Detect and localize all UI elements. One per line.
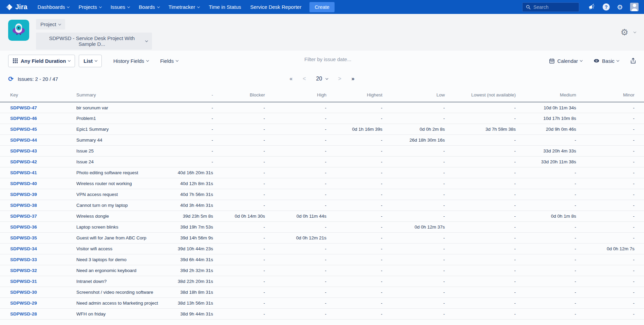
table-row: SDPWSD-30Screenshot / video recording so… [0, 287, 644, 298]
duration-cell: - [265, 222, 326, 233]
issue-date-filter-input[interactable] [304, 56, 406, 62]
nav-item-dashboards[interactable]: Dashboards [38, 4, 70, 10]
issue-key-link[interactable]: SDPWSD-31 [10, 279, 37, 284]
issue-key-link[interactable]: SDPWSD-37 [10, 214, 37, 219]
duration-cell: - [213, 189, 265, 200]
user-avatar[interactable] [630, 3, 639, 11]
table-row: SDPWSD-47bir sorunum var------10d 0h 11m… [0, 102, 644, 113]
issue-key-link[interactable]: SDPWSD-29 [10, 301, 37, 306]
nav-item-time-in-status[interactable]: Time in Status [209, 4, 241, 10]
issue-key-link[interactable]: SDPWSD-28 [10, 311, 37, 317]
project-settings-gear-icon[interactable]: ⚙ [621, 28, 628, 37]
column-header[interactable]: Key [0, 89, 76, 102]
scope-dropdown[interactable]: Project [36, 19, 65, 30]
table-row: SDPWSD-38Cannot turn on my laptop40d 3h … [0, 200, 644, 211]
duration-cell: 39d 10h 44m 23s [171, 243, 213, 254]
column-header[interactable]: Minor [576, 89, 644, 102]
calendar-dropdown[interactable]: Calendar [549, 58, 582, 64]
duration-cell: - [265, 265, 326, 276]
project-settings-group: ⚙ [621, 24, 636, 41]
column-header[interactable]: - [171, 89, 213, 102]
chevron-down-icon [157, 5, 159, 8]
issue-key-link[interactable]: SDPWSD-30 [10, 290, 37, 295]
chevron-down-icon [58, 22, 61, 25]
issue-key-link[interactable]: SDPWSD-41 [10, 170, 37, 175]
settings-gear-icon[interactable]: ⚙ [617, 4, 623, 11]
chevron-down-icon [146, 59, 149, 61]
column-header[interactable]: High [265, 89, 326, 102]
duration-cell: 0d 0h 12m 21s [265, 233, 326, 243]
issue-key-link[interactable]: SDPWSD-44 [10, 138, 37, 143]
issue-summary: Visitor wifi access [76, 243, 171, 254]
duration-cell: 39d 14h 56m 9s [171, 233, 213, 243]
nav-item-boards[interactable]: Boards [139, 4, 159, 10]
fields-dropdown[interactable]: Fields [160, 58, 178, 64]
nav-item-projects[interactable]: Projects [78, 4, 101, 10]
duration-cell: 10d 0h 11m 34s [516, 102, 576, 113]
issue-summary: Wireless router not working [76, 178, 171, 189]
top-navbar: Jira Dashboards Projects Issues Boards T… [0, 0, 644, 14]
announcements-icon[interactable] [588, 4, 595, 11]
duration-cell: - [382, 298, 445, 309]
project-header: Project SDPWSD - Service Desk Project Wi… [0, 14, 644, 51]
chevron-down-icon [68, 59, 71, 61]
issue-key-link[interactable]: SDPWSD-47 [10, 105, 37, 110]
duration-cell: - [576, 309, 644, 320]
issue-key-link[interactable]: SDPWSD-36 [10, 224, 37, 230]
issue-key-link[interactable]: SDPWSD-46 [10, 116, 37, 121]
previous-page-button[interactable]: < [303, 76, 306, 82]
duration-cell: - [445, 167, 516, 178]
table-row: SDPWSD-42Issue 24------33d 20h 11m 38s- [0, 157, 644, 167]
column-header[interactable]: Summary [76, 89, 171, 102]
report-type-dropdown[interactable]: Any Field Duration [8, 55, 75, 67]
search-input[interactable] [533, 4, 572, 10]
first-page-button[interactable]: « [289, 76, 292, 82]
search-icon [526, 5, 531, 10]
last-page-button[interactable]: » [352, 76, 355, 82]
duration-cell: - [213, 243, 265, 254]
toolbar-right-group: Calendar Basic [549, 58, 636, 64]
column-header[interactable]: Low [382, 89, 445, 102]
grid-icon [13, 58, 18, 63]
jira-logo[interactable]: Jira [5, 3, 27, 11]
chevron-down-icon[interactable] [633, 30, 636, 33]
issue-key-link[interactable]: SDPWSD-34 [10, 246, 37, 251]
nav-item-service-desk-reporter[interactable]: Service Desk Reporter [250, 4, 302, 10]
help-icon[interactable]: ? [603, 3, 610, 11]
project-select-dropdown[interactable]: SDPWSD - Service Desk Project With Sampl… [36, 33, 152, 50]
duration-cell: - [445, 178, 516, 189]
column-header[interactable]: Lowest (not available) [445, 89, 516, 102]
column-header[interactable]: Medium [516, 89, 576, 102]
view-mode-dropdown[interactable]: Basic [594, 58, 619, 64]
duration-cell: - [382, 113, 445, 124]
nav-item-issues[interactable]: Issues [111, 4, 130, 10]
duration-cell: - [382, 146, 445, 157]
issue-key-link[interactable]: SDPWSD-42 [10, 159, 37, 164]
duration-cell: - [213, 222, 265, 233]
duration-cell: - [516, 233, 576, 243]
duration-cell: - [445, 135, 516, 146]
issue-key-link[interactable]: SDPWSD-45 [10, 127, 37, 132]
refresh-icon[interactable]: ⟳ [8, 76, 14, 82]
duration-cell: - [326, 276, 382, 287]
nav-item-timetracker[interactable]: Timetracker [169, 4, 200, 10]
column-header[interactable]: Blocker [213, 89, 265, 102]
issue-key-link[interactable]: SDPWSD-33 [10, 257, 37, 262]
issue-key-link[interactable]: SDPWSD-32 [10, 268, 37, 273]
export-icon[interactable] [630, 58, 636, 64]
issue-key-link[interactable]: SDPWSD-40 [10, 181, 37, 186]
page-size-dropdown[interactable]: 20 [316, 76, 328, 82]
issue-key-link[interactable]: SDPWSD-39 [10, 192, 37, 197]
history-fields-dropdown[interactable]: History Fields [113, 58, 149, 64]
create-button[interactable]: Create [309, 2, 335, 12]
next-page-button[interactable]: > [338, 76, 341, 82]
column-header[interactable]: Highest [326, 89, 382, 102]
issue-key-link[interactable]: SDPWSD-38 [10, 203, 37, 208]
issue-key-link[interactable]: SDPWSD-35 [10, 235, 37, 240]
issue-key-link[interactable]: SDPWSD-43 [10, 148, 37, 154]
duration-cell: - [445, 309, 516, 320]
duration-cell: - [213, 167, 265, 178]
view-type-dropdown[interactable]: List [79, 55, 102, 67]
global-search[interactable] [522, 2, 579, 12]
duration-cell: - [382, 157, 445, 167]
